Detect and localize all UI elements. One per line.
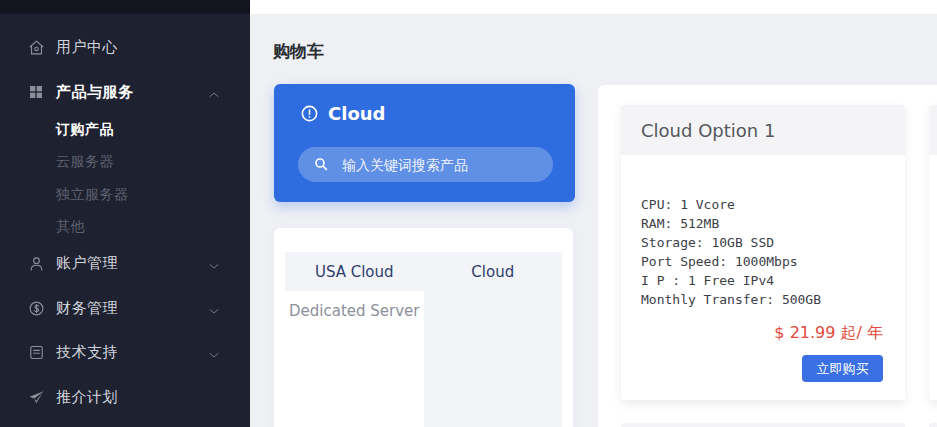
sidebar-subitem-dedicated-servers[interactable]: 独立服务器 <box>0 181 250 209</box>
paper-plane-icon <box>27 388 45 406</box>
chevron-up-icon <box>208 86 220 98</box>
sidebar-item-label: 用户中心 <box>56 38 118 57</box>
spec-cpu: CPU: 1 Vcore <box>641 195 883 214</box>
sidebar-item-billing-management[interactable]: 财务管理 <box>0 291 250 325</box>
sidebar-subitem-label: 独立服务器 <box>56 186 129 204</box>
product-card-partial <box>929 105 937 400</box>
product-header-partial <box>621 423 905 427</box>
search-card-title: Cloud <box>328 103 385 124</box>
sidebar-subitem-label: 其他 <box>56 218 85 236</box>
sidebar-subitem-label: 云服务器 <box>56 153 114 171</box>
category-tab-usa-cloud[interactable]: USA Cloud <box>285 252 424 291</box>
chevron-down-icon <box>208 257 220 269</box>
product-card: Cloud Option 1 CPU: 1 Vcore RAM: 512MB S… <box>621 105 905 400</box>
document-icon <box>27 343 45 361</box>
top-bar <box>250 0 937 14</box>
sidebar: 用户中心 产品与服务 订购产品 云服务器 独立服务器 其他 账户管理 财务管理 <box>0 0 250 427</box>
products-panel: Cloud Option 1 CPU: 1 Vcore RAM: 512MB S… <box>598 85 937 427</box>
exclamation-circle-icon <box>300 104 319 123</box>
page-title: 购物车 <box>273 40 324 63</box>
sidebar-item-referral-program[interactable]: 推介计划 <box>0 380 250 414</box>
search-icon <box>313 156 329 176</box>
sidebar-item-label: 推介计划 <box>56 388 118 407</box>
category-active-column: Dedicated Server <box>285 291 424 427</box>
chevron-down-icon <box>208 302 220 314</box>
product-search-card: Cloud <box>274 84 575 202</box>
spec-ram: RAM: 512MB <box>641 214 883 233</box>
product-header-partial <box>929 423 937 427</box>
main-content: 购物车 Cloud USA Cloud Cloud Dedicated Serv… <box>250 0 937 427</box>
sidebar-item-label: 账户管理 <box>56 254 118 273</box>
sidebar-top-strip <box>0 0 250 14</box>
sidebar-subitem-order-products[interactable]: 订购产品 <box>0 116 250 144</box>
chevron-down-icon <box>208 346 220 358</box>
sidebar-item-label: 产品与服务 <box>56 83 134 102</box>
spec-transfer: Monthly Transfer: 500GB <box>641 290 883 309</box>
product-name-partial <box>929 105 937 155</box>
sidebar-item-label: 财务管理 <box>56 299 118 318</box>
category-item-dedicated-server[interactable]: Dedicated Server <box>285 291 424 331</box>
product-price: $ 21.99 起/ 年 <box>641 323 883 344</box>
category-tab-cloud[interactable]: Cloud <box>424 252 563 291</box>
spec-ip: I P : 1 Free IPv4 <box>641 271 883 290</box>
category-card: USA Cloud Cloud Dedicated Server <box>274 228 573 427</box>
sidebar-item-label: 技术支持 <box>56 343 118 362</box>
dollar-circle-icon <box>27 299 45 317</box>
sidebar-item-tech-support[interactable]: 技术支持 <box>0 335 250 369</box>
grid-icon <box>27 83 45 101</box>
products-next-row <box>621 423 937 427</box>
spec-port-speed: Port Speed: 1000Mbps <box>641 252 883 271</box>
user-icon <box>27 254 45 272</box>
search-input[interactable] <box>342 147 541 182</box>
spec-storage: Storage: 10GB SSD <box>641 233 883 252</box>
product-name: Cloud Option 1 <box>621 105 905 155</box>
sidebar-subitem-other[interactable]: 其他 <box>0 213 250 241</box>
product-search-box <box>298 147 553 182</box>
sidebar-item-user-center[interactable]: 用户中心 <box>0 30 250 64</box>
sidebar-item-account-management[interactable]: 账户管理 <box>0 246 250 280</box>
sidebar-subitem-cloud-servers[interactable]: 云服务器 <box>0 148 250 176</box>
sidebar-item-products-services[interactable]: 产品与服务 <box>0 75 250 109</box>
buy-now-button[interactable]: 立即购买 <box>802 355 883 382</box>
sidebar-subitem-label: 订购产品 <box>56 121 114 139</box>
category-grid: USA Cloud Cloud Dedicated Server <box>285 252 562 427</box>
home-icon <box>27 38 45 56</box>
